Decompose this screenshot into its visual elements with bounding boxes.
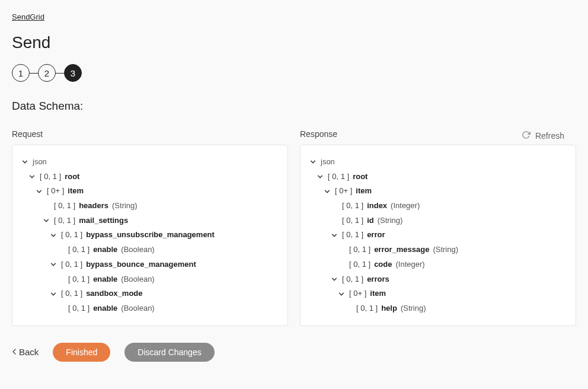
field-range: [ 0+ ] — [335, 184, 352, 199]
back-button[interactable]: Back — [12, 347, 39, 357]
chevron-down-icon[interactable] — [49, 231, 57, 240]
field-range: [ 0, 1 ] — [61, 257, 82, 272]
chevron-down-icon[interactable] — [49, 290, 57, 298]
field-range: [ 0, 1 ] — [61, 228, 82, 243]
finished-button[interactable]: Finished — [53, 343, 110, 362]
chevron-spacer — [56, 304, 65, 313]
field-name: enable — [93, 243, 117, 257]
request-schema-card: json[ 0, 1 ] root[ 0+ ] item[ 0, 1 ] hea… — [12, 145, 288, 326]
field-range: [ 0, 1 ] — [54, 213, 75, 228]
field-range: [ 0, 1 ] — [342, 199, 363, 213]
chevron-spacer — [330, 202, 338, 210]
field-name: errors — [367, 272, 389, 287]
field-range: [ 0, 1 ] — [40, 170, 61, 184]
field-range: [ 0, 1 ] — [54, 199, 75, 213]
chevron-down-icon[interactable] — [323, 187, 331, 196]
chevron-down-icon[interactable] — [330, 275, 338, 283]
chevron-down-icon[interactable] — [21, 158, 29, 166]
field-type: (Integer) — [391, 199, 420, 213]
response-tree-row: [ 0, 1 ] help (String) — [309, 301, 567, 316]
field-range: [ 0, 1 ] — [61, 286, 82, 301]
breadcrumb[interactable]: SendGrid — [12, 12, 44, 21]
request-tree-row: [ 0, 1 ] root — [21, 170, 279, 184]
page-title: Send — [12, 33, 576, 52]
request-tree-row: [ 0, 1 ] bypass_unsubscribe_management — [21, 228, 279, 243]
chevron-down-icon[interactable] — [49, 260, 57, 269]
response-tree-row: json — [309, 155, 567, 170]
field-type: (Boolean) — [121, 272, 154, 287]
chevron-down-icon[interactable] — [28, 173, 36, 181]
field-name: error — [367, 228, 385, 243]
field-name: enable — [93, 272, 117, 287]
request-tree-row: [ 0, 1 ] sandbox_mode — [21, 286, 279, 301]
request-column: Request json[ 0, 1 ] root[ 0+ ] item[ 0,… — [12, 129, 288, 326]
field-name: sandbox_mode — [86, 286, 142, 301]
chevron-down-icon[interactable] — [35, 187, 43, 196]
field-range: [ 0, 1 ] — [68, 301, 90, 316]
chevron-spacer — [344, 304, 353, 313]
response-tree-row: [ 0, 1 ] index (Integer) — [309, 199, 567, 213]
request-tree-row: [ 0, 1 ] bypass_bounce_management — [21, 257, 279, 272]
field-name: help — [381, 301, 397, 316]
chevron-down-icon[interactable] — [337, 290, 346, 298]
chevron-down-icon[interactable] — [330, 231, 338, 240]
request-tree-row: json — [21, 155, 279, 170]
field-range: [ 0, 1 ] — [68, 243, 90, 257]
field-name: enable — [93, 301, 117, 316]
stepper: 123 — [12, 64, 576, 82]
field-range: [ 0, 1 ] — [68, 272, 90, 287]
chevron-down-icon[interactable] — [316, 173, 324, 181]
chevron-down-icon[interactable] — [42, 216, 50, 225]
chevron-down-icon[interactable] — [309, 158, 317, 166]
chevron-spacer — [330, 216, 338, 225]
field-range: [ 0, 1 ] — [349, 243, 370, 257]
field-name: json — [321, 155, 335, 170]
chevron-spacer — [56, 275, 65, 283]
section-title: Data Schema: — [12, 100, 576, 113]
field-name: id — [367, 213, 374, 228]
response-tree-row: [ 0, 1 ] code (Integer) — [309, 257, 567, 272]
field-range: [ 0, 1 ] — [349, 257, 370, 272]
response-tree-row: [ 0, 1 ] errors — [309, 272, 567, 287]
response-schema-card: json[ 0, 1 ] root[ 0+ ] item[ 0, 1 ] ind… — [300, 145, 576, 326]
request-label: Request — [12, 129, 288, 139]
field-name: root — [65, 170, 79, 184]
footer: Back Finished Discard Changes — [12, 343, 576, 362]
back-label: Back — [19, 347, 39, 357]
chevron-spacer — [56, 245, 65, 254]
step-1[interactable]: 1 — [12, 64, 30, 82]
request-tree-row: [ 0, 1 ] enable (Boolean) — [21, 301, 279, 316]
step-connector — [30, 73, 38, 74]
chevron-left-icon — [12, 347, 17, 357]
field-name: item — [356, 184, 372, 199]
response-tree-row: [ 0, 1 ] error — [309, 228, 567, 243]
response-tree-row: [ 0+ ] item — [309, 184, 567, 199]
discard-button[interactable]: Discard Changes — [124, 343, 214, 362]
field-name: mail_settings — [79, 213, 128, 228]
field-type: (Integer) — [395, 257, 424, 272]
field-range: [ 0, 1 ] — [342, 228, 363, 243]
field-range: [ 0+ ] — [47, 184, 64, 199]
field-name: code — [374, 257, 392, 272]
request-tree-row: [ 0, 1 ] headers (String) — [21, 199, 279, 213]
field-type: (String) — [112, 199, 138, 213]
field-name: json — [33, 155, 47, 170]
request-tree-row: [ 0+ ] item — [21, 184, 279, 199]
field-type: (String) — [401, 301, 426, 316]
field-range: [ 0, 1 ] — [356, 301, 378, 316]
request-tree-row: [ 0, 1 ] enable (Boolean) — [21, 243, 279, 257]
response-tree-row: [ 0+ ] item — [309, 286, 567, 301]
request-tree-row: [ 0, 1 ] enable (Boolean) — [21, 272, 279, 287]
field-range: [ 0, 1 ] — [328, 170, 349, 184]
field-range: [ 0, 1 ] — [342, 272, 363, 287]
field-name: index — [367, 199, 387, 213]
field-name: item — [68, 184, 84, 199]
field-name: item — [370, 286, 386, 301]
request-tree-row: [ 0, 1 ] mail_settings — [21, 213, 279, 228]
step-2[interactable]: 2 — [38, 64, 56, 82]
field-name: error_message — [374, 243, 429, 257]
step-3[interactable]: 3 — [64, 64, 82, 82]
response-label: Response — [300, 129, 576, 139]
field-type: (Boolean) — [121, 301, 154, 316]
field-name: headers — [79, 199, 108, 213]
